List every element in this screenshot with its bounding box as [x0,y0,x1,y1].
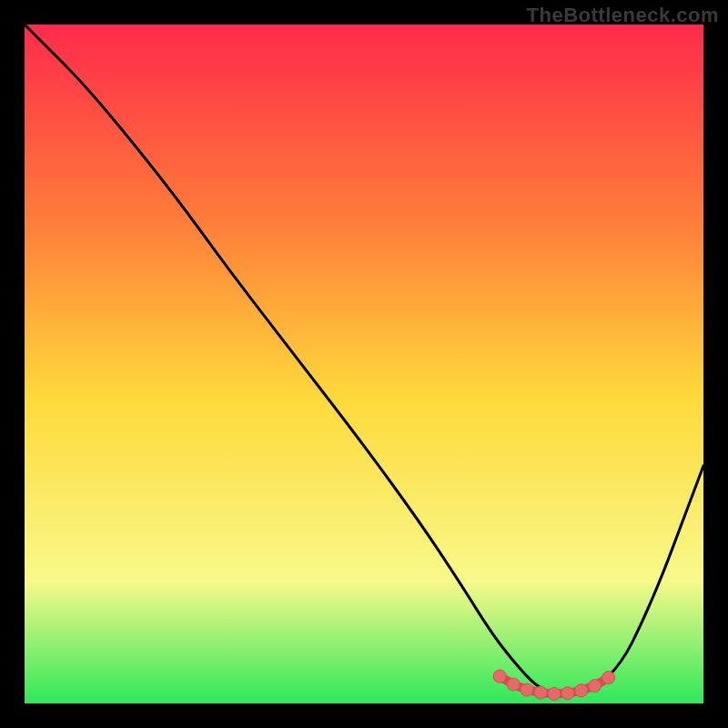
gradient-background [25,25,703,703]
highlight-marker-dot [521,683,533,696]
chart-svg [25,25,703,703]
chart-frame: TheBottleneck.com [0,0,728,728]
highlight-marker-dot [589,680,602,693]
highlight-marker-dot [575,684,588,697]
highlight-marker-dot [493,670,506,682]
highlight-marker-dot [602,672,615,684]
highlight-marker-dot [548,688,561,701]
plot-area [25,25,703,703]
highlight-marker-dot [561,687,574,700]
highlight-marker-dot [507,678,520,691]
highlight-marker-dot [534,686,547,699]
